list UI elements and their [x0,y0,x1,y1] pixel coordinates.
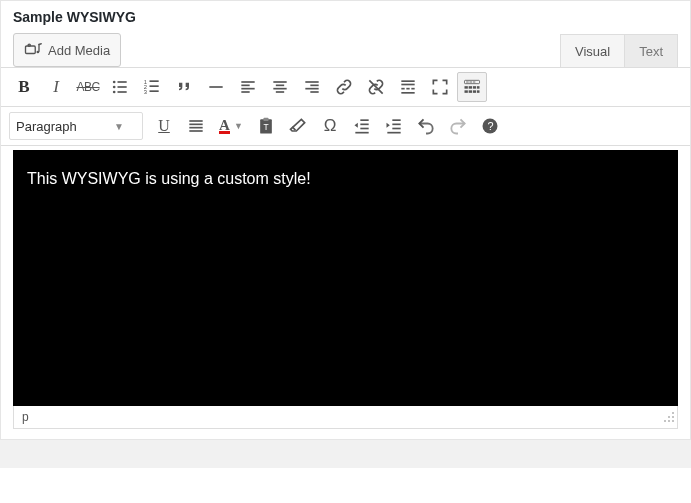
help-button[interactable]: ? [475,111,505,141]
svg-rect-30 [401,84,414,86]
svg-rect-40 [469,86,472,89]
unordered-list-button[interactable] [105,72,135,102]
paste-text-button[interactable]: T [251,111,281,141]
svg-rect-4 [118,81,127,83]
blockquote-button[interactable] [169,72,199,102]
svg-text:?: ? [488,120,494,132]
format-dropdown[interactable]: Paragraph ▼ [9,112,143,140]
svg-point-7 [113,91,116,94]
toolbar-row-2: Paragraph ▼ U A ▼ T Ω [1,107,690,146]
svg-rect-46 [477,90,480,93]
link-button[interactable] [329,72,359,102]
add-media-button[interactable]: Add Media [13,33,121,67]
tab-text[interactable]: Text [624,34,678,67]
svg-text:3: 3 [144,89,147,95]
align-right-button[interactable] [297,72,327,102]
svg-rect-0 [26,46,36,54]
bold-button[interactable]: B [9,72,39,102]
svg-rect-15 [209,86,222,88]
svg-rect-36 [466,82,469,83]
resize-handle[interactable] [661,409,675,423]
toolbar-toggle-button[interactable] [457,72,487,102]
editor-statusbar: p [13,406,678,429]
svg-point-64 [672,412,674,414]
svg-rect-55 [360,124,368,126]
align-center-icon [270,77,290,97]
editor-content-area[interactable]: This WYSIWYG is using a custom style! [13,150,678,406]
italic-icon: I [53,77,59,97]
svg-rect-21 [276,85,284,87]
svg-point-69 [672,420,674,422]
insert-more-button[interactable] [393,72,423,102]
editor-paragraph: This WYSIWYG is using a custom style! [27,170,664,188]
align-left-button[interactable] [233,72,263,102]
special-character-button[interactable]: Ω [315,111,345,141]
svg-point-1 [28,44,30,46]
svg-rect-37 [470,82,473,83]
text-color-button[interactable]: A ▼ [213,112,249,140]
align-right-icon [302,77,322,97]
svg-point-2 [37,51,40,54]
svg-rect-52 [264,118,269,121]
svg-rect-39 [465,86,468,89]
tab-visual[interactable]: Visual [560,34,625,67]
svg-rect-8 [118,91,127,93]
indent-button[interactable] [379,111,409,141]
svg-rect-50 [189,130,202,132]
strikethrough-button[interactable]: ABC [73,72,103,102]
chevron-down-icon: ▼ [114,121,124,132]
svg-rect-54 [360,119,368,121]
align-left-icon [238,77,258,97]
link-icon [334,77,354,97]
underline-button[interactable]: U [149,111,179,141]
svg-rect-14 [150,90,159,92]
readmore-icon [398,77,418,97]
svg-rect-45 [473,90,476,93]
svg-rect-42 [477,86,480,89]
clear-formatting-button[interactable] [283,111,313,141]
svg-rect-33 [411,88,414,90]
svg-text:T: T [264,122,269,132]
element-path[interactable]: p [14,407,37,427]
editor-topbar: Add Media Visual Text [1,31,690,68]
bold-icon: B [18,77,29,97]
svg-rect-26 [305,88,318,90]
ordered-list-button[interactable]: 123 [137,72,167,102]
strikethrough-icon: ABC [76,80,99,94]
svg-point-68 [668,420,670,422]
redo-icon [448,116,468,136]
svg-rect-27 [310,91,318,93]
svg-rect-57 [355,132,368,134]
page-background [0,440,691,468]
field-label: Sample WYSIWYG [1,1,690,31]
undo-button[interactable] [411,111,441,141]
resize-grip-icon [661,409,675,423]
svg-rect-44 [469,90,472,93]
redo-button[interactable] [443,111,473,141]
svg-rect-41 [473,86,476,89]
fullscreen-button[interactable] [425,72,455,102]
help-icon: ? [480,116,500,136]
align-justify-button[interactable] [181,111,211,141]
svg-rect-48 [189,124,202,126]
svg-rect-29 [401,80,414,82]
camera-music-icon [24,40,42,60]
outdent-button[interactable] [347,111,377,141]
svg-point-67 [664,420,666,422]
svg-rect-16 [241,81,254,83]
svg-point-66 [672,416,674,418]
svg-rect-22 [273,88,286,90]
svg-rect-19 [241,91,249,93]
svg-rect-49 [189,127,202,129]
wysiwyg-field-metabox: Sample WYSIWYG Add Media Visual Text [0,0,691,440]
align-center-button[interactable] [265,72,295,102]
italic-button[interactable]: I [41,72,71,102]
svg-rect-60 [392,128,400,130]
horizontal-rule-button[interactable] [201,72,231,102]
underline-icon: U [158,117,170,135]
unlink-button[interactable] [361,72,391,102]
svg-point-5 [113,86,116,89]
unlink-icon [366,77,386,97]
svg-rect-32 [406,88,409,90]
fullscreen-icon [430,77,450,97]
